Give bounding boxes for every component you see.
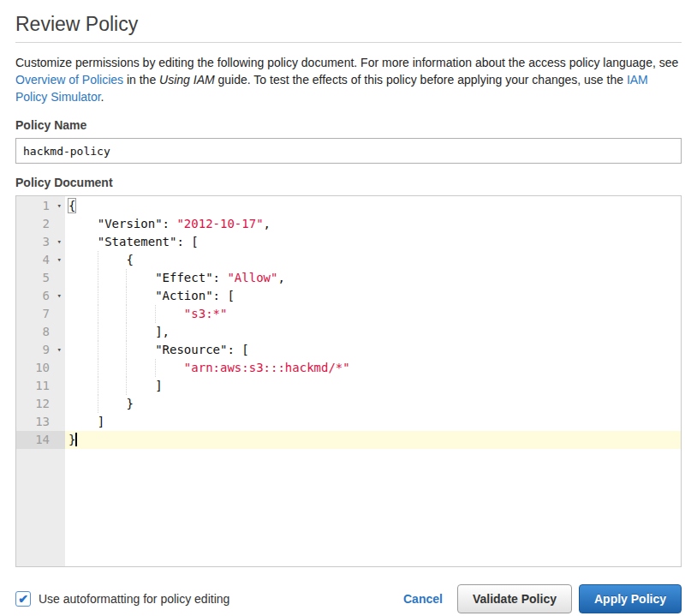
code-line: }	[65, 431, 681, 449]
fold-arrow-icon[interactable]: ▾	[57, 197, 62, 215]
indent-guide	[126, 359, 127, 377]
gutter-line-number: 14	[16, 431, 65, 449]
code-line: ],	[65, 323, 681, 341]
fold-arrow-icon[interactable]: ▾	[57, 287, 62, 305]
indent-guide	[126, 323, 127, 341]
indent-guide	[126, 305, 127, 323]
code-line: "Statement": [	[65, 233, 681, 251]
policy-document-label: Policy Document	[15, 176, 682, 189]
policy-name-input[interactable]	[15, 138, 682, 164]
autoformat-checkbox[interactable]: ✔	[15, 591, 31, 607]
fold-arrow-icon[interactable]: ▾	[57, 341, 62, 359]
text-cursor	[75, 433, 77, 446]
overview-of-policies-link[interactable]: Overview of Policies	[15, 73, 123, 87]
indent-guide	[98, 323, 98, 341]
title-divider	[15, 42, 682, 43]
cancel-link[interactable]: Cancel	[403, 592, 443, 606]
gutter-line-number: 11	[16, 377, 65, 395]
code-line: "s3:*"	[65, 305, 681, 323]
gutter-line-number: 10	[16, 359, 65, 377]
code-line: "Version": "2012-10-17",	[65, 215, 681, 233]
gutter-line-number: 4▾	[16, 251, 65, 269]
action-buttons: Cancel Validate Policy Apply Policy	[403, 584, 682, 613]
page-title: Review Policy	[15, 13, 682, 36]
indent-guide	[126, 377, 127, 395]
code-line: }	[65, 395, 681, 413]
code-line: {	[65, 251, 681, 269]
code-line: ]	[65, 377, 681, 395]
editor-gutter: 1▾23▾4▾56▾789▾1011121314	[16, 196, 65, 566]
review-policy-page: Review Policy Customize permissions by e…	[0, 0, 697, 613]
policy-document-editor[interactable]: 1▾23▾4▾56▾789▾1011121314 { "Version": "2…	[15, 195, 682, 567]
apply-policy-button[interactable]: Apply Policy	[579, 584, 682, 613]
indent-guide	[98, 269, 98, 287]
code-line: "Resource": [	[65, 341, 681, 359]
checkmark-icon: ✔	[16, 591, 30, 607]
indent-guide	[98, 359, 98, 377]
indent-guide	[126, 269, 127, 287]
gutter-line-number: 3▾	[16, 233, 65, 251]
indent-guide	[126, 341, 127, 359]
indent-guide	[155, 359, 156, 377]
gutter-line-number: 5	[16, 269, 65, 287]
fold-arrow-icon[interactable]: ▾	[57, 233, 62, 251]
gutter-line-number: 8	[16, 323, 65, 341]
intro-part-1: Customize permissions by editing the fol…	[15, 56, 678, 69]
autoformat-label: Use autoformatting for policy editing	[39, 592, 229, 606]
using-iam-guide-text: Using IAM	[159, 73, 215, 87]
intro-part-3: guide. To test the effects of this polic…	[215, 73, 627, 87]
code-line: "Effect": "Allow",	[65, 269, 681, 287]
gutter-line-number: 12	[16, 395, 65, 413]
validate-policy-button[interactable]: Validate Policy	[457, 584, 572, 613]
code-line: {	[65, 197, 681, 215]
policy-name-label: Policy Name	[15, 118, 682, 132]
code-line: "arn:aws:s3:::hackmd/*"	[65, 359, 681, 377]
gutter-line-number: 9▾	[16, 341, 65, 359]
intro-text: Customize permissions by editing the fol…	[15, 54, 682, 105]
fold-arrow-icon[interactable]: ▾	[57, 251, 62, 269]
intro-part-2: in the	[123, 73, 159, 87]
footer-bar: ✔ Use autoformatting for policy editing …	[15, 584, 682, 613]
autoformat-option[interactable]: ✔ Use autoformatting for policy editing	[15, 591, 229, 607]
code-line: "Action": [	[65, 287, 681, 305]
editor-code[interactable]: { "Version": "2012-10-17", "Statement": …	[65, 196, 681, 566]
code-line: ]	[65, 413, 681, 431]
indent-guide	[98, 287, 98, 305]
intro-part-4: .	[101, 90, 104, 104]
indent-guide	[98, 377, 98, 395]
indent-guide	[98, 395, 98, 413]
gutter-line-number: 2	[16, 215, 65, 233]
indent-guide	[98, 341, 98, 359]
gutter-line-number: 1▾	[16, 197, 65, 215]
indent-guide	[98, 251, 98, 269]
gutter-line-number: 6▾	[16, 287, 65, 305]
gutter-line-number: 13	[16, 413, 65, 431]
gutter-line-number: 7	[16, 305, 65, 323]
indent-guide	[155, 305, 156, 323]
indent-guide	[126, 287, 127, 305]
indent-guide	[98, 305, 98, 323]
